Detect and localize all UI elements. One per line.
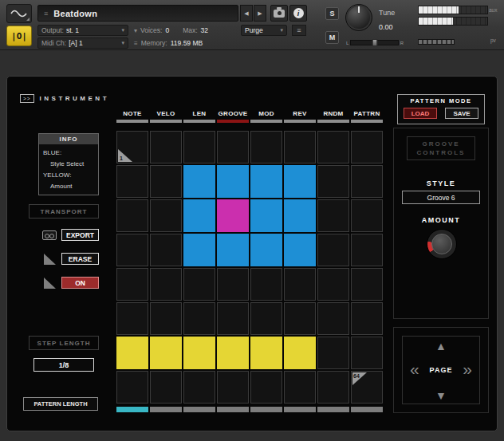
step-cell-r6c5[interactable]: [250, 302, 282, 335]
step-cell-r7c7[interactable]: [317, 337, 349, 369]
step-cell-r5c7[interactable]: [317, 268, 349, 301]
column-header-mod[interactable]: MOD: [250, 110, 282, 123]
step-cell-r2c1[interactable]: [116, 165, 148, 198]
pattern-length-segment-2[interactable]: [150, 407, 182, 412]
step-cell-r6c7[interactable]: [317, 302, 349, 335]
step-cell-r3c2[interactable]: [150, 199, 182, 232]
step-cell-r8c5[interactable]: [250, 371, 282, 404]
step-cell-r4c7[interactable]: [317, 234, 349, 266]
pan-handle[interactable]: [372, 39, 377, 46]
mute-button[interactable]: M: [325, 31, 339, 44]
pattern-length-segment-6[interactable]: [284, 407, 316, 412]
step-cell-r2c7[interactable]: [317, 165, 349, 198]
tune-knob[interactable]: [345, 4, 372, 31]
step-cell-r6c2[interactable]: [150, 302, 182, 335]
pan-slider[interactable]: L R: [346, 37, 404, 48]
column-header-velo[interactable]: VELO: [150, 110, 182, 123]
step-cell-r4c3[interactable]: [183, 234, 215, 266]
step-cell-r3c6[interactable]: [284, 199, 316, 232]
pattern-length-segment-4[interactable]: [217, 407, 249, 412]
step-cell-r7c3[interactable]: [183, 337, 215, 369]
step-cell-r7c6[interactable]: [284, 337, 316, 369]
pattern-length-segment-3[interactable]: [183, 407, 215, 412]
step-cell-r8c8[interactable]: 64: [351, 371, 383, 404]
step-cell-r8c6[interactable]: [284, 371, 316, 404]
output-selector[interactable]: Output: st. 1 ▾: [37, 25, 128, 36]
info-button[interactable]: i: [289, 5, 307, 22]
step-cell-r3c5[interactable]: [250, 199, 282, 232]
step-cell-r2c3[interactable]: [183, 165, 215, 198]
snapshot-button[interactable]: [270, 5, 288, 22]
step-cell-r4c5[interactable]: [250, 234, 282, 266]
step-cell-r8c3[interactable]: [183, 371, 215, 404]
amount-knob[interactable]: [427, 229, 457, 259]
step-cell-r2c2[interactable]: [150, 165, 182, 198]
step-cell-r4c2[interactable]: [150, 234, 182, 266]
step-cell-r1c8[interactable]: [351, 131, 383, 163]
step-cell-r1c4[interactable]: [217, 131, 249, 163]
step-cell-r7c4[interactable]: [217, 337, 249, 369]
step-cell-r8c1[interactable]: [116, 371, 148, 404]
step-cell-r5c6[interactable]: [284, 268, 316, 301]
step-cell-r6c1[interactable]: [116, 302, 148, 335]
purge-menu[interactable]: Purge ▾: [241, 25, 287, 36]
step-cell-r6c3[interactable]: [183, 302, 215, 335]
pan-track[interactable]: [350, 40, 398, 45]
step-cell-r6c8[interactable]: [351, 302, 383, 335]
step-cell-r8c2[interactable]: [150, 371, 182, 404]
step-cell-r7c5[interactable]: [250, 337, 282, 369]
pattern-length-segment-7[interactable]: [317, 407, 349, 412]
step-cell-r2c5[interactable]: [250, 165, 282, 198]
step-cell-r1c3[interactable]: [183, 131, 215, 163]
step-cell-r6c4[interactable]: [217, 302, 249, 335]
midi-channel-selector[interactable]: Midi Ch: [A] 1 ▾: [37, 37, 128, 49]
prev-instrument-button[interactable]: ◀: [240, 5, 253, 22]
column-header-rndm[interactable]: RNDM: [317, 110, 349, 123]
step-cell-r5c2[interactable]: [150, 268, 182, 301]
column-header-groove[interactable]: GROOVE: [217, 110, 249, 123]
step-cell-r6c6[interactable]: [284, 302, 316, 335]
export-button[interactable]: EXPORT: [61, 229, 99, 241]
next-instrument-button[interactable]: ▶: [254, 5, 266, 22]
step-cell-r3c3[interactable]: [183, 199, 215, 232]
pattern-length-segment-5[interactable]: [250, 407, 282, 412]
load-button[interactable]: LOAD: [404, 108, 437, 119]
save-button[interactable]: SAVE: [445, 108, 478, 119]
pattern-length-segment-8[interactable]: [351, 407, 383, 412]
column-header-note[interactable]: NOTE: [116, 110, 148, 123]
step-cell-r4c6[interactable]: [284, 234, 316, 266]
step-cell-r2c6[interactable]: [284, 165, 316, 198]
pattern-length-segment-1[interactable]: [116, 407, 148, 412]
step-cell-r5c5[interactable]: [250, 268, 282, 301]
step-cell-r4c1[interactable]: [116, 234, 148, 266]
instrument-titlebar[interactable]: ≡ Beatdown: [37, 5, 238, 22]
step-cell-r8c7[interactable]: [317, 371, 349, 404]
step-cell-r3c4[interactable]: [217, 199, 249, 232]
step-cell-r4c8[interactable]: [351, 234, 383, 266]
step-cell-r7c1[interactable]: [116, 337, 148, 369]
solo-button[interactable]: S: [325, 7, 339, 20]
style-selector[interactable]: Groove 6: [402, 191, 480, 204]
step-cell-r8c4[interactable]: [217, 371, 249, 404]
step-cell-r5c8[interactable]: [351, 268, 383, 301]
step-cell-r1c6[interactable]: [284, 131, 316, 163]
step-cell-r7c8[interactable]: [351, 337, 383, 369]
step-cell-r3c1[interactable]: [116, 199, 148, 232]
step-cell-r7c2[interactable]: [150, 337, 182, 369]
instrument-logo-icon[interactable]: |O|: [6, 26, 32, 46]
step-cell-r5c3[interactable]: [183, 268, 215, 301]
step-cell-r3c8[interactable]: [351, 199, 383, 232]
step-cell-r1c5[interactable]: [250, 131, 282, 163]
step-cell-r2c8[interactable]: [351, 165, 383, 198]
page-right-button[interactable]: »: [463, 360, 472, 377]
step-cell-r1c2[interactable]: [150, 131, 182, 163]
page-up-button[interactable]: ▲: [435, 341, 447, 352]
page-down-button[interactable]: ▼: [435, 390, 447, 401]
step-cell-r4c4[interactable]: [217, 234, 249, 266]
step-cell-r5c1[interactable]: [116, 268, 148, 301]
step-length-value[interactable]: 1/8: [33, 358, 94, 372]
on-button[interactable]: ON: [61, 277, 99, 289]
aux-wave-icon[interactable]: [6, 4, 32, 23]
column-header-rev[interactable]: REV: [284, 110, 316, 123]
step-cell-r1c7[interactable]: [317, 131, 349, 163]
